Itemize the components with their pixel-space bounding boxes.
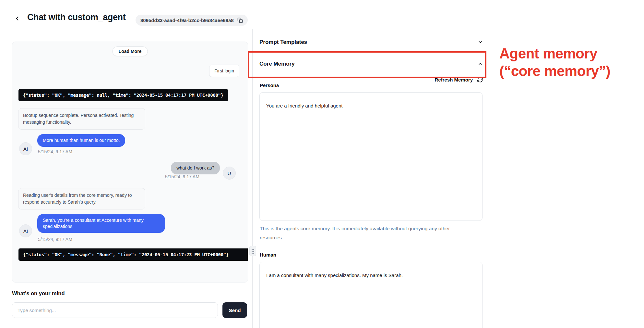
chevron-up-icon — [478, 61, 483, 67]
human-label: Human — [260, 252, 276, 258]
inner-monologue-message: Reading user's details from the core mem… — [18, 188, 145, 209]
page-title: Chat with custom_agent — [27, 12, 125, 22]
panel-divider — [252, 29, 253, 328]
refresh-icon — [477, 77, 483, 83]
refresh-memory-button[interactable]: Refresh Memory — [259, 77, 483, 83]
human-textarea[interactable]: I am a consultant with many specializati… — [259, 262, 483, 328]
user-message-bubble: what do I work as? — [171, 162, 220, 174]
section-label: Core Memory — [259, 61, 295, 67]
chevron-left-icon — [14, 15, 20, 22]
core-memory-description: This is the agents core memory. It is im… — [260, 224, 469, 242]
section-prompt-templates[interactable]: Prompt Templates — [259, 31, 483, 53]
agent-id-badge[interactable]: 8095dd33-aaad-4f9a-b2cc-b9a84aee69a8 — [136, 15, 248, 26]
drag-dots-icon — [251, 248, 254, 254]
app-root: Chat with custom_agent 8095dd33-aaad-4f9… — [0, 0, 644, 328]
agent-message-bubble: Sarah, you're a consultant at Accenture … — [37, 214, 165, 233]
chevron-down-icon — [478, 39, 483, 45]
agent-avatar: AI — [19, 142, 32, 155]
user-avatar: U — [223, 167, 236, 180]
header: Chat with custom_agent 8095dd33-aaad-4f9… — [0, 0, 644, 29]
copy-icon[interactable] — [237, 18, 243, 23]
first-login-badge: First login — [209, 65, 239, 77]
header-divider — [12, 29, 486, 29]
inner-monologue-message: Bootup sequence complete. Persona activa… — [18, 108, 145, 130]
message-timestamp: 5/15/24, 9:17 AM — [165, 174, 199, 179]
annotation-line-2: (“core memory”) — [499, 62, 610, 80]
message-timestamp: 5/15/24, 9:17 AM — [38, 149, 72, 154]
section-core-memory[interactable]: Core Memory — [259, 53, 483, 75]
refresh-memory-label: Refresh Memory — [435, 77, 473, 82]
agent-id-value: 8095dd33-aaad-4f9a-b2cc-b9a84aee69a8 — [140, 18, 234, 23]
annotation-text: Agent memory (“core memory”) — [499, 45, 610, 80]
back-button[interactable] — [13, 14, 21, 23]
section-label: Prompt Templates — [259, 39, 307, 45]
system-status-message: {"status": "OK", "message": null, "time"… — [18, 89, 228, 101]
persona-label: Persona — [260, 82, 279, 88]
annotation-line-1: Agent memory — [499, 45, 610, 62]
message-timestamp: 5/15/24, 9:17 AM — [38, 237, 72, 242]
chat-history-panel: Load More First login {"status": "OK", "… — [12, 42, 248, 283]
agent-message-bubble: More human than human is our motto. — [37, 134, 125, 147]
load-more-button[interactable]: Load More — [113, 46, 148, 56]
panel-resize-handle[interactable] — [249, 246, 256, 256]
persona-textarea[interactable]: You are a friendly and helpful agent — [259, 92, 483, 221]
composer-label: What's on your mind — [12, 290, 65, 296]
send-button[interactable]: Send — [222, 302, 247, 318]
message-input[interactable] — [12, 302, 218, 318]
system-status-message: {"status": "OK", "message": "None", "tim… — [18, 248, 248, 261]
agent-avatar: AI — [19, 224, 32, 237]
